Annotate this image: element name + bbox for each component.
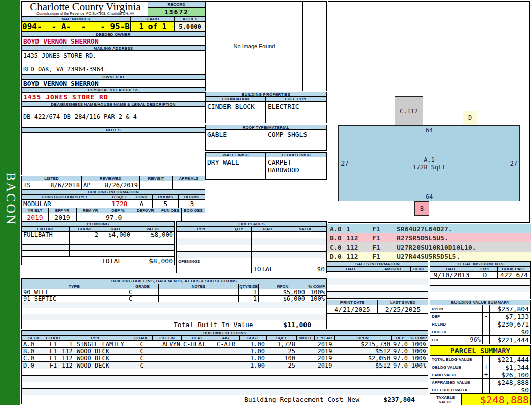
taxable-value-label: TAXABLE VALUE bbox=[430, 394, 462, 405]
hsqft-value: 1728 bbox=[108, 200, 131, 208]
sales-date-label: DATE bbox=[327, 267, 375, 271]
no-image-text: No Image Found bbox=[234, 43, 275, 49]
rooms-value: 5 bbox=[153, 200, 179, 208]
wall-finish-value: DRY WALL bbox=[206, 157, 266, 179]
print-date-label: PRINT DATE bbox=[327, 300, 378, 305]
owner-id-label: OWNER ID bbox=[21, 74, 205, 79]
legal-book-label: BOOK PAGE bbox=[498, 267, 530, 271]
construction-style-label: CONSTRUCTION STYLE bbox=[22, 195, 108, 199]
dba-value: DB 422/674 DB 284/116 PAR 2 & 4 bbox=[21, 107, 205, 127]
roof-type-value: GABLE bbox=[206, 130, 266, 150]
fp-value-label: VALUE bbox=[285, 227, 326, 231]
map-number-label: MAP NUMBER bbox=[21, 16, 131, 21]
fireplaces-total-label: TOTAL bbox=[252, 265, 285, 273]
sketch-dim-right: 27 bbox=[510, 160, 517, 167]
building-properties-panel: BUILDING PROPERTIES FOUNDATION FUEL TYPE… bbox=[205, 92, 327, 180]
vector-row: B.0 112 F1 R27SR5D5L5U5. bbox=[327, 233, 531, 242]
openings-label: OPENINGS bbox=[177, 258, 226, 265]
print-date-value: 4/21/2025 bbox=[327, 305, 378, 313]
sketch-section-a: A.1 1728 SqFt 64 64 27 27 bbox=[338, 125, 520, 201]
plumbing-panel: PLUMBING FIXTURE COUNT RATE VALUE FULLBA… bbox=[21, 221, 175, 265]
built-ins-row: 91 SEPTIC C 1 $6,000 100% bbox=[22, 296, 326, 302]
yrblt-label: YR BLT bbox=[22, 208, 49, 213]
deeded-owner-value: BOYD VERNON SHERRON bbox=[21, 37, 205, 46]
commissioner-line: Commissioner of the Revenue, PO Box 308,… bbox=[22, 12, 149, 15]
review-table: LISTED REVIEWED REVISIT APPEALS TS8/6/20… bbox=[21, 176, 205, 189]
vector-row: C.0 112 F1 U27R20SU10R10D10L10. bbox=[327, 242, 531, 252]
record-label: RECORD bbox=[148, 2, 205, 8]
section-row: C.0 F1 112 WOOD DECK C 1.00 100 2019 $2,… bbox=[22, 355, 428, 362]
sales-title: SALES INFORMATION bbox=[327, 262, 428, 267]
property-record-card: BACON Charlotte County Virginia Commissi… bbox=[0, 0, 532, 405]
listed-label: LISTED bbox=[22, 176, 82, 181]
sketch-section-c: C.112 bbox=[395, 96, 423, 126]
ecoobs-value bbox=[182, 213, 205, 222]
parcel-summary-row: DEFERRED VALUE - $0 bbox=[430, 386, 530, 394]
yrblt-value: 2019 bbox=[22, 213, 49, 222]
cond-label: COND bbox=[131, 195, 153, 199]
bi-comp-label: % COMP bbox=[307, 284, 326, 289]
count-label: COUNT bbox=[70, 227, 100, 231]
mailing-address-box: 1435 JONES STORE RD. RED OAK, VA 23964-3… bbox=[21, 51, 205, 74]
district-sidebar: BACON bbox=[0, 0, 20, 405]
mailing-line1: 1435 JONES STORE RD. bbox=[23, 52, 203, 59]
section-row: B.0 F1 112 WOOD DECK C 1.00 25 2019 $512… bbox=[22, 348, 428, 355]
section-row: A.0 F1 1 SINGLE FAMILY C ALVYN C-HEAT C-… bbox=[22, 341, 428, 348]
appeals-label: APPEALS bbox=[173, 176, 205, 181]
vector-row: A.0 1 F1 SR64U27L64D27. bbox=[327, 224, 531, 233]
fuel-value: ELECTRIC bbox=[266, 102, 326, 123]
vector-row: D.0 112 F1 U27R44SU5R5D5L5. bbox=[327, 252, 531, 261]
effyr-value: 2019 bbox=[49, 213, 77, 222]
district-name: BACON bbox=[3, 172, 18, 226]
built-ins-total-label: Total Built In Value bbox=[174, 321, 253, 329]
bi-notes-label: NOTES bbox=[159, 284, 239, 289]
reviewed-by: AP bbox=[83, 182, 90, 189]
legal-date-label: DATE bbox=[430, 267, 473, 271]
record-value: 13672 bbox=[148, 8, 205, 16]
ecoobs-label: ECO OBS bbox=[182, 208, 205, 213]
fp-rate-label: RATE bbox=[252, 227, 285, 231]
revisit-value bbox=[140, 181, 173, 189]
bi-rpcn-label: RPCN bbox=[259, 284, 307, 289]
foundation-label: FOUNDATION bbox=[206, 97, 266, 101]
fireplaces-total-value: $0 bbox=[285, 265, 326, 273]
hsqft-label: H SQFT bbox=[108, 195, 131, 199]
lcf-percent: 96% bbox=[470, 336, 481, 343]
funobs-label: FUN OBS bbox=[159, 208, 182, 213]
sales-panel: SALES INFORMATION DATE AMOUNT CODE bbox=[327, 261, 428, 299]
revisit-label: REVISIT bbox=[140, 176, 173, 181]
value-summary-row: LCF 96% $221,444 bbox=[430, 336, 530, 344]
physical-address-label: PHYSICAL 911 ADDRESS bbox=[21, 87, 205, 92]
reviewed-date: 8/26/2019 bbox=[105, 182, 138, 189]
plumbing-title: PLUMBING bbox=[22, 222, 174, 227]
fp-qty-label: QTY bbox=[226, 227, 252, 231]
legal-row: 9/10/2013 D 422 674 bbox=[430, 272, 530, 279]
map-number-value: 094- - A- - - 95-B bbox=[21, 21, 131, 32]
sketch-dim-left: 27 bbox=[341, 160, 348, 167]
parcel-summary-title: PARCEL SUMMARY bbox=[450, 347, 510, 355]
floor-finish-label: FLOOR FINISH bbox=[266, 153, 326, 157]
bi-type-label: TYPE bbox=[22, 284, 127, 289]
dates-panel: PRINT DATE LAST SAVED 4/21/2025 2/25/202… bbox=[327, 300, 428, 314]
construction-style-value: MODULAR bbox=[22, 200, 108, 208]
owner-id-value: BOYD VERNON SHERRON bbox=[21, 79, 205, 87]
depovr-label: DEPOVR bbox=[132, 208, 159, 213]
sketch-panel: C.112 D B A.1 1728 SqFt 64 64 27 27 bbox=[328, 1, 530, 223]
notes-box bbox=[21, 132, 205, 175]
building-sections-title: BUILDING SECTIONS bbox=[22, 331, 428, 336]
built-ins-title: BUILDING BUILT INS, BASEMENTS, ATTICS & … bbox=[22, 279, 326, 284]
value-summary-row: RPCN $237,804 bbox=[430, 305, 530, 313]
value-label: VALUE bbox=[132, 227, 174, 231]
building-sections-panel: BUILDING SECTIONS SEC# FLOOR TYPE GRADE … bbox=[21, 330, 428, 404]
effyr-label: EFF YR bbox=[49, 208, 77, 213]
county-title: Charlotte County Virginia bbox=[22, 2, 149, 12]
rate-label: RATE bbox=[100, 227, 132, 231]
parcel-summary-row: TOTAL BLDG VALUE $221,444 bbox=[430, 356, 530, 363]
legal-title: LEGAL INSTRUMENTS bbox=[430, 262, 530, 267]
parcel-summary-row: LAND VALUE + $26,100 bbox=[430, 371, 530, 379]
sketch-dim-bottom: 64 bbox=[426, 193, 433, 200]
record-box: RECORD 13672 bbox=[148, 2, 205, 16]
listed-by: TS bbox=[23, 182, 30, 189]
floor-finish-value: CARPET HARDWOOD bbox=[266, 157, 326, 179]
acres-label: ACRES bbox=[175, 16, 205, 21]
